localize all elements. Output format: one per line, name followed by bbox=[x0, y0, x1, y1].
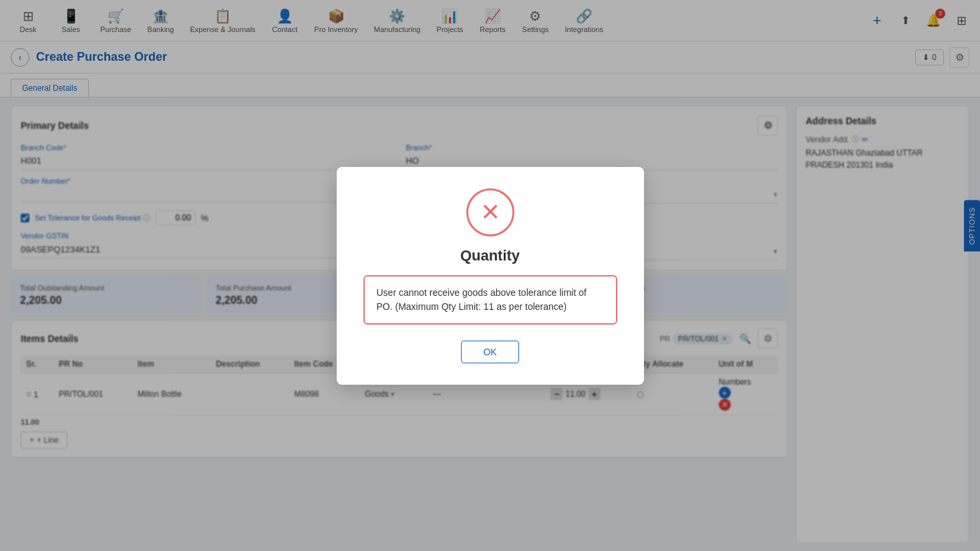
modal-error-icon: ✕ bbox=[466, 188, 514, 236]
modal-box: ✕ Quantity User cannot receive goods abo… bbox=[337, 167, 644, 385]
modal-overlay: ✕ Quantity User cannot receive goods abo… bbox=[0, 0, 980, 551]
modal-message: User cannot receive goods above toleranc… bbox=[363, 275, 617, 325]
modal-ok-button[interactable]: OK bbox=[461, 341, 518, 363]
modal-title: Quantity bbox=[363, 247, 617, 264]
